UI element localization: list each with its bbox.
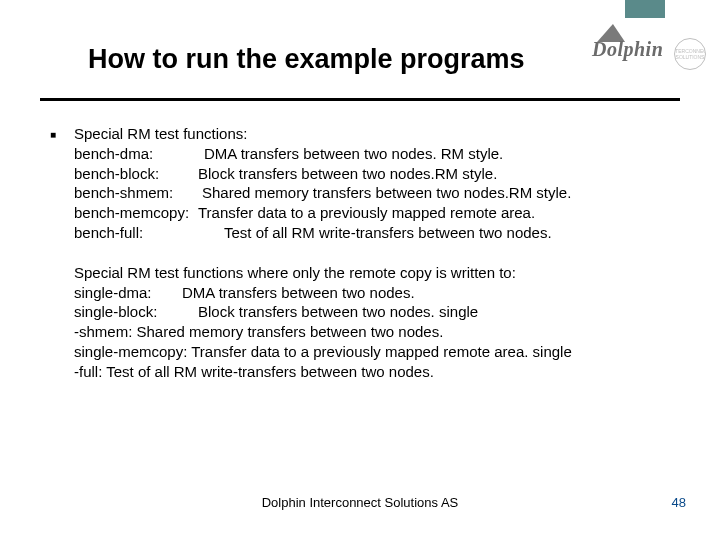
fn-name: bench-full: <box>74 223 224 243</box>
fn-desc: Transfer data to a previously mapped rem… <box>198 204 535 221</box>
fn-desc: Block transfers between two nodes.RM sty… <box>198 165 497 182</box>
page-number: 48 <box>672 495 686 510</box>
bullet-item: ■ Special RM test functions: bench-dma:D… <box>50 124 680 243</box>
section2-heading: Special RM test functions where only the… <box>74 263 680 283</box>
square-bullet-icon: ■ <box>50 124 74 243</box>
fn-desc: Block transfers between two nodes. singl… <box>198 303 478 320</box>
fn-line: -shmem: Shared memory transfers between … <box>74 322 680 342</box>
page-title: How to run the example programs <box>88 44 525 75</box>
title-rule <box>40 98 680 101</box>
brand-name: Dolphin <box>592 38 663 61</box>
section1-heading: Special RM test functions: <box>74 124 680 144</box>
fn-name: bench-shmem: <box>74 183 202 203</box>
fn-desc: DMA transfers between two nodes. <box>182 284 415 301</box>
section2: Special RM test functions where only the… <box>74 263 680 382</box>
brand-badge: INTERCONNECT SOLUTIONS <box>674 38 706 70</box>
fn-line: -full: Test of all RM write-transfers be… <box>74 362 680 382</box>
brand-logo: Dolphin INTERCONNECT SOLUTIONS <box>592 24 702 64</box>
fn-desc: DMA transfers between two nodes. RM styl… <box>204 145 503 162</box>
fn-name: single-block: <box>74 302 198 322</box>
fn-name: single-dma: <box>74 283 182 303</box>
footer-org: Dolphin Interconnect Solutions AS <box>0 495 720 510</box>
fn-name: bench-dma: <box>74 144 204 164</box>
fn-desc: Test of all RM write-transfers between t… <box>224 224 552 241</box>
body-content: ■ Special RM test functions: bench-dma:D… <box>50 124 680 382</box>
fn-desc: Shared memory transfers between two node… <box>202 184 571 201</box>
fn-name: bench-block: <box>74 164 198 184</box>
corner-band <box>625 0 665 18</box>
fn-line: single-memcopy: Transfer data to a previ… <box>74 342 680 362</box>
fn-name: bench-memcopy: <box>74 203 198 223</box>
